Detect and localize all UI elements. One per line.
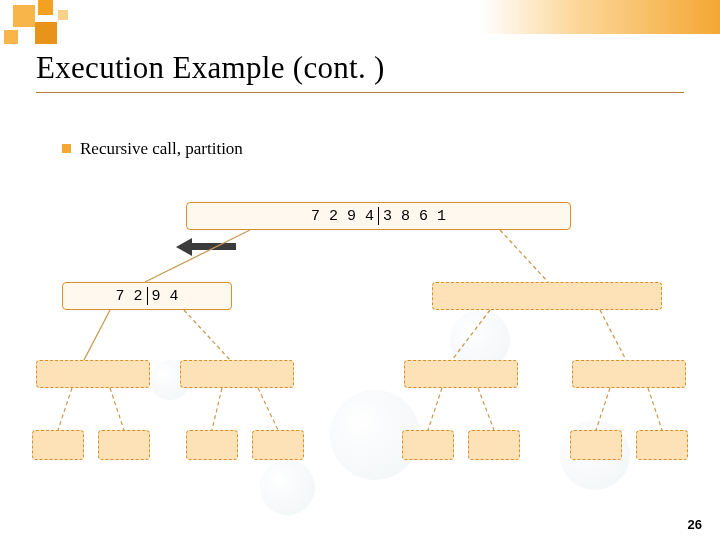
deco-square	[38, 0, 53, 15]
level3-node	[36, 360, 150, 388]
deco-square	[4, 30, 18, 44]
svg-line-3	[184, 310, 230, 360]
l2l-right: 9 4	[152, 288, 179, 305]
root-left: 7 2 9 4	[311, 208, 374, 225]
level3-node	[404, 360, 518, 388]
svg-line-4	[452, 310, 490, 360]
deco-square	[13, 5, 35, 27]
leaf-node	[186, 430, 238, 460]
slide-title: Execution Example (cont. )	[36, 50, 385, 86]
level3-node	[180, 360, 294, 388]
leaf-node	[468, 430, 520, 460]
leaf-node	[636, 430, 688, 460]
divider	[378, 207, 379, 225]
svg-line-8	[212, 388, 222, 430]
svg-line-9	[258, 388, 278, 430]
svg-line-12	[596, 388, 610, 430]
deco-square	[58, 10, 68, 20]
tree-diagram: 7 2 9 43 8 6 1 7 29 4	[0, 190, 720, 500]
bullet-text: Recursive call, partition	[80, 139, 243, 159]
leaf-node	[98, 430, 150, 460]
bullet-icon	[62, 144, 71, 153]
svg-line-10	[428, 388, 442, 430]
leaf-node	[252, 430, 304, 460]
edges	[0, 190, 720, 510]
root-node: 7 2 9 43 8 6 1	[186, 202, 571, 230]
svg-line-5	[600, 310, 626, 360]
arrow-head-icon	[176, 238, 192, 256]
header-gradient	[480, 0, 720, 34]
level2-right-node	[432, 282, 662, 310]
svg-line-2	[84, 310, 110, 360]
svg-line-6	[58, 388, 72, 430]
title-underline	[36, 92, 684, 93]
leaf-node	[32, 430, 84, 460]
level2-left-node: 7 29 4	[62, 282, 232, 310]
l2l-left: 7 2	[115, 288, 142, 305]
level3-node	[572, 360, 686, 388]
leaf-node	[402, 430, 454, 460]
svg-line-13	[648, 388, 662, 430]
root-right: 3 8 6 1	[383, 208, 446, 225]
svg-line-1	[500, 230, 548, 282]
leaf-node	[570, 430, 622, 460]
deco-square	[35, 22, 57, 44]
svg-line-11	[478, 388, 494, 430]
divider	[147, 287, 148, 305]
svg-line-7	[110, 388, 124, 430]
arrow-body	[192, 243, 236, 250]
corner-decoration	[0, 0, 200, 50]
page-number: 26	[688, 517, 702, 532]
arrow-indicator	[176, 238, 236, 256]
